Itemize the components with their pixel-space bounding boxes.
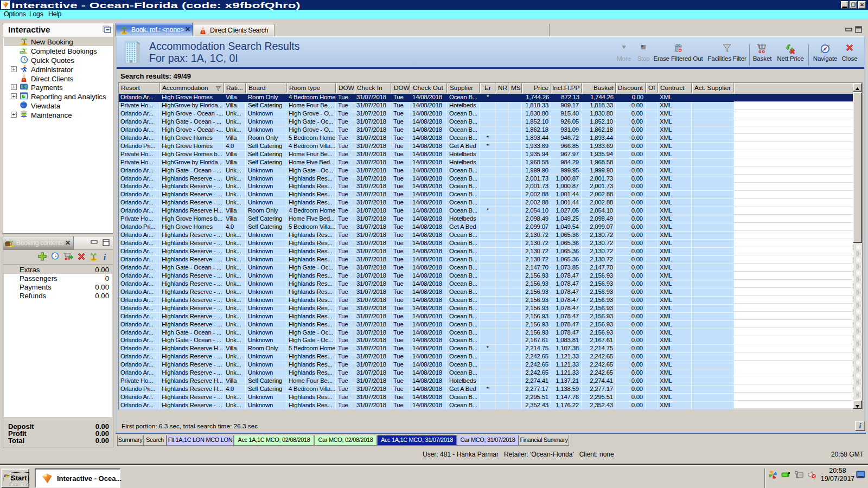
svg-text:$: $ xyxy=(23,84,25,89)
